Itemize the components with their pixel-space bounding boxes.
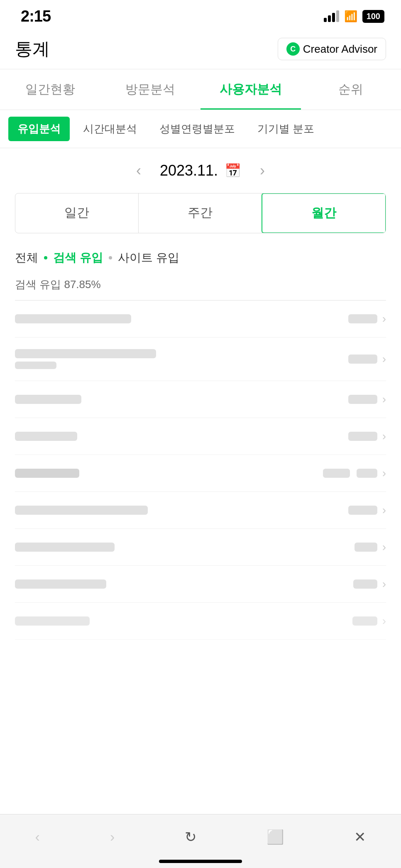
list-item[interactable]: › — [15, 492, 386, 529]
filter-site[interactable]: 사이트 유입 — [118, 250, 179, 266]
list-item-right: › — [348, 430, 386, 443]
list-item-right: › — [348, 352, 386, 366]
nav-item-daily[interactable]: 일간현황 — [0, 69, 100, 110]
skeleton-count — [352, 616, 377, 626]
period-monthly-button[interactable]: 월간 — [262, 193, 386, 233]
sub-nav-time[interactable]: 시간대분석 — [74, 117, 146, 141]
sub-nav: 유입분석 시간대분석 성별연령별분포 기기별 분포 — [0, 110, 401, 148]
list-item[interactable]: › — [15, 603, 386, 640]
signal-icon — [324, 10, 339, 22]
main-nav: 일간현황 방문분석 사용자분석 순위 — [0, 69, 401, 110]
list-item-content — [15, 543, 355, 552]
list-item-right: › — [353, 577, 386, 591]
period-daily-button[interactable]: 일간 — [15, 193, 139, 233]
date-display: 2023.11. 📅 — [160, 162, 241, 179]
wifi-icon: 📶 — [344, 10, 357, 23]
skeleton-count — [353, 579, 377, 589]
chevron-right-icon: › — [382, 393, 386, 406]
filter-search[interactable]: 검색 유입 — [53, 250, 103, 266]
list-item-right: › — [352, 614, 386, 628]
list-item-right: › — [348, 312, 386, 325]
chevron-right-icon: › — [382, 352, 386, 366]
sub-nav-inflow[interactable]: 유입분석 — [8, 117, 70, 141]
list-item-content — [15, 616, 352, 626]
list-item-content — [15, 349, 348, 369]
skeleton-count — [348, 355, 377, 364]
chevron-right-icon: › — [382, 577, 386, 591]
date-nav: ‹ 2023.11. 📅 › — [0, 148, 401, 193]
skeleton-count — [348, 314, 377, 323]
status-icons: 📶 100 — [324, 10, 384, 23]
chevron-right-icon: › — [382, 430, 386, 443]
browser-share-button[interactable]: ⬜ — [258, 824, 292, 849]
skeleton-title — [15, 616, 90, 626]
chevron-right-icon: › — [382, 467, 386, 480]
list-container: › › › › — [0, 301, 401, 640]
list-item-content — [15, 579, 353, 589]
filter-dot-search — [44, 256, 47, 259]
list-item-right: › — [348, 393, 386, 406]
prev-date-button[interactable]: ‹ — [130, 160, 147, 181]
stats-info: 검색 유입 87.85% — [0, 274, 401, 300]
nav-item-rank[interactable]: 순위 — [301, 69, 401, 110]
list-item[interactable]: › — [15, 529, 386, 566]
header: 통계 C Creator Advisor — [0, 29, 401, 69]
list-item-content — [15, 506, 348, 515]
battery-indicator: 100 — [362, 10, 384, 23]
list-item-right: › — [323, 467, 386, 480]
skeleton-count — [323, 469, 350, 478]
page-title: 통계 — [15, 37, 50, 61]
filter-row: 전체 검색 유입 사이트 유입 — [0, 246, 401, 274]
list-item[interactable]: › — [15, 455, 386, 492]
skeleton-count — [355, 543, 377, 552]
calendar-icon[interactable]: 📅 — [225, 163, 241, 178]
sub-nav-gender[interactable]: 성별연령별분포 — [150, 117, 244, 141]
skeleton-title — [15, 314, 131, 323]
chevron-right-icon: › — [382, 540, 386, 554]
status-bar: 2:15 📶 100 — [0, 0, 401, 29]
skeleton-count2 — [357, 469, 377, 478]
list-item-right: › — [355, 540, 386, 554]
list-item[interactable]: › — [15, 418, 386, 455]
chevron-right-icon: › — [382, 312, 386, 325]
nav-item-user[interactable]: 사용자분석 — [200, 69, 301, 110]
nav-item-visit[interactable]: 방문분석 — [100, 69, 201, 110]
next-date-button[interactable]: › — [254, 160, 271, 181]
skeleton-count — [348, 432, 377, 441]
filter-all[interactable]: 전체 — [15, 250, 38, 266]
skeleton-title — [15, 543, 115, 552]
list-item[interactable]: › — [15, 337, 386, 381]
sub-nav-device[interactable]: 기기별 분포 — [248, 117, 323, 141]
creator-advisor-logo: C — [286, 42, 300, 56]
creator-advisor-button[interactable]: C Creator Advisor — [278, 38, 386, 60]
home-indicator — [159, 860, 242, 863]
skeleton-title — [15, 349, 156, 358]
period-selector: 일간 주간 월간 — [15, 193, 386, 233]
browser-close-button[interactable]: ✕ — [346, 824, 374, 849]
skeleton-title — [15, 469, 79, 478]
list-item-content — [15, 314, 348, 323]
skeleton-sub — [15, 362, 56, 369]
chevron-right-icon: › — [382, 614, 386, 628]
status-time: 2:15 — [21, 7, 51, 25]
period-weekly-button[interactable]: 주간 — [139, 193, 262, 233]
skeleton-title — [15, 579, 106, 589]
skeleton-count — [348, 395, 377, 404]
list-item-content — [15, 432, 348, 441]
skeleton-title — [15, 395, 81, 404]
browser-back-button[interactable]: ‹ — [27, 824, 48, 849]
list-item-content — [15, 395, 348, 404]
skeleton-title — [15, 506, 148, 515]
list-item[interactable]: › — [15, 381, 386, 418]
list-item-content — [15, 469, 323, 478]
list-item[interactable]: › — [15, 566, 386, 603]
skeleton-count — [348, 506, 377, 515]
chevron-right-icon: › — [382, 504, 386, 517]
list-item-right: › — [348, 504, 386, 517]
filter-dot-site — [109, 256, 112, 259]
browser-reload-button[interactable]: ↻ — [176, 824, 205, 849]
skeleton-title — [15, 432, 77, 441]
creator-advisor-label: Creator Advisor — [303, 43, 377, 56]
browser-forward-button[interactable]: › — [102, 824, 123, 849]
list-item[interactable]: › — [15, 301, 386, 337]
